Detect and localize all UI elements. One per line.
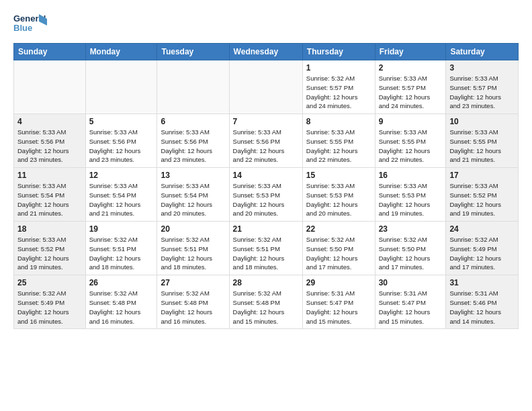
calendar-cell: 30Sunrise: 5:31 AMSunset: 5:47 PMDayligh… — [375, 275, 446, 329]
day-number: 6 — [161, 117, 225, 126]
calendar-cell: 25Sunrise: 5:32 AMSunset: 5:49 PMDayligh… — [14, 275, 86, 329]
calendar-cell: 18Sunrise: 5:33 AMSunset: 5:52 PMDayligh… — [14, 222, 86, 275]
calendar-week-row: 11Sunrise: 5:33 AMSunset: 5:54 PMDayligh… — [14, 168, 519, 222]
logo-svg: GeneralBlue — [13, 11, 47, 36]
day-info: Sunrise: 5:32 AMSunset: 5:50 PMDaylight:… — [306, 235, 371, 272]
col-header-thursday: Thursday — [302, 44, 375, 60]
day-info: Sunrise: 5:33 AMSunset: 5:54 PMDaylight:… — [89, 181, 154, 218]
calendar-cell: 21Sunrise: 5:32 AMSunset: 5:51 PMDayligh… — [229, 222, 302, 275]
day-info: Sunrise: 5:33 AMSunset: 5:55 PMDaylight:… — [306, 128, 371, 165]
day-info: Sunrise: 5:31 AMSunset: 5:46 PMDaylight:… — [449, 289, 515, 326]
day-number: 12 — [89, 171, 154, 180]
calendar-cell: 7Sunrise: 5:33 AMSunset: 5:56 PMDaylight… — [229, 114, 302, 168]
calendar-cell: 28Sunrise: 5:32 AMSunset: 5:48 PMDayligh… — [229, 275, 302, 329]
col-header-wednesday: Wednesday — [229, 44, 302, 60]
day-info: Sunrise: 5:33 AMSunset: 5:53 PMDaylight:… — [306, 181, 371, 218]
day-number: 8 — [306, 117, 371, 126]
calendar-cell — [157, 60, 229, 114]
day-number: 26 — [89, 278, 154, 287]
col-header-sunday: Sunday — [14, 44, 86, 60]
day-info: Sunrise: 5:33 AMSunset: 5:53 PMDaylight:… — [379, 181, 443, 218]
day-number: 31 — [449, 278, 515, 287]
calendar-week-row: 1Sunrise: 5:32 AMSunset: 5:57 PMDaylight… — [14, 60, 519, 114]
day-info: Sunrise: 5:33 AMSunset: 5:55 PMDaylight:… — [449, 128, 515, 165]
calendar-cell: 12Sunrise: 5:33 AMSunset: 5:54 PMDayligh… — [85, 168, 157, 222]
calendar-cell: 3Sunrise: 5:33 AMSunset: 5:57 PMDaylight… — [446, 60, 519, 114]
day-info: Sunrise: 5:32 AMSunset: 5:50 PMDaylight:… — [379, 235, 443, 272]
calendar-cell: 16Sunrise: 5:33 AMSunset: 5:53 PMDayligh… — [375, 168, 446, 222]
day-info: Sunrise: 5:32 AMSunset: 5:48 PMDaylight:… — [161, 289, 225, 326]
day-info: Sunrise: 5:33 AMSunset: 5:56 PMDaylight:… — [161, 128, 225, 165]
day-number: 5 — [89, 117, 154, 126]
calendar-cell: 5Sunrise: 5:33 AMSunset: 5:56 PMDaylight… — [85, 114, 157, 168]
calendar-week-row: 4Sunrise: 5:33 AMSunset: 5:56 PMDaylight… — [14, 114, 519, 168]
calendar-cell: 15Sunrise: 5:33 AMSunset: 5:53 PMDayligh… — [302, 168, 375, 222]
calendar-cell: 31Sunrise: 5:31 AMSunset: 5:46 PMDayligh… — [446, 275, 519, 329]
day-number: 29 — [306, 278, 371, 287]
day-number: 19 — [89, 224, 154, 234]
calendar-cell: 11Sunrise: 5:33 AMSunset: 5:54 PMDayligh… — [14, 168, 86, 222]
calendar-cell: 20Sunrise: 5:32 AMSunset: 5:51 PMDayligh… — [157, 222, 229, 275]
calendar-cell: 19Sunrise: 5:32 AMSunset: 5:51 PMDayligh… — [85, 222, 157, 275]
calendar-cell: 10Sunrise: 5:33 AMSunset: 5:55 PMDayligh… — [446, 114, 519, 168]
day-info: Sunrise: 5:33 AMSunset: 5:52 PMDaylight:… — [17, 235, 82, 272]
calendar-cell: 1Sunrise: 5:32 AMSunset: 5:57 PMDaylight… — [302, 60, 375, 114]
day-number: 22 — [306, 224, 371, 234]
day-number: 10 — [449, 117, 515, 126]
day-number: 4 — [17, 117, 82, 126]
day-info: Sunrise: 5:31 AMSunset: 5:47 PMDaylight:… — [379, 289, 443, 326]
day-info: Sunrise: 5:33 AMSunset: 5:56 PMDaylight:… — [89, 128, 154, 165]
col-header-friday: Friday — [375, 44, 446, 60]
day-number: 20 — [161, 224, 225, 234]
page-header: GeneralBlue — [13, 11, 519, 36]
day-info: Sunrise: 5:33 AMSunset: 5:56 PMDaylight:… — [17, 128, 82, 165]
calendar-table: SundayMondayTuesdayWednesdayThursdayFrid… — [13, 43, 519, 329]
day-number: 9 — [379, 117, 443, 126]
day-info: Sunrise: 5:33 AMSunset: 5:54 PMDaylight:… — [161, 181, 225, 218]
day-number: 27 — [161, 278, 225, 287]
col-header-monday: Monday — [85, 44, 157, 60]
day-number: 1 — [306, 63, 371, 73]
day-number: 18 — [17, 224, 82, 234]
svg-text:Blue: Blue — [13, 23, 32, 33]
calendar-cell: 9Sunrise: 5:33 AMSunset: 5:55 PMDaylight… — [375, 114, 446, 168]
calendar-cell: 14Sunrise: 5:33 AMSunset: 5:53 PMDayligh… — [229, 168, 302, 222]
calendar-cell: 13Sunrise: 5:33 AMSunset: 5:54 PMDayligh… — [157, 168, 229, 222]
calendar-cell: 22Sunrise: 5:32 AMSunset: 5:50 PMDayligh… — [302, 222, 375, 275]
calendar-cell: 4Sunrise: 5:33 AMSunset: 5:56 PMDaylight… — [14, 114, 86, 168]
day-number: 2 — [379, 63, 443, 73]
day-number: 7 — [233, 117, 299, 126]
day-number: 16 — [379, 171, 443, 180]
calendar-cell — [14, 60, 86, 114]
calendar-cell: 27Sunrise: 5:32 AMSunset: 5:48 PMDayligh… — [157, 275, 229, 329]
calendar-cell: 23Sunrise: 5:32 AMSunset: 5:50 PMDayligh… — [375, 222, 446, 275]
calendar-week-row: 25Sunrise: 5:32 AMSunset: 5:49 PMDayligh… — [14, 275, 519, 329]
col-header-tuesday: Tuesday — [157, 44, 229, 60]
day-number: 30 — [379, 278, 443, 287]
day-info: Sunrise: 5:32 AMSunset: 5:51 PMDaylight:… — [233, 235, 299, 272]
calendar-cell: 2Sunrise: 5:33 AMSunset: 5:57 PMDaylight… — [375, 60, 446, 114]
calendar-cell: 26Sunrise: 5:32 AMSunset: 5:48 PMDayligh… — [85, 275, 157, 329]
day-info: Sunrise: 5:33 AMSunset: 5:52 PMDaylight:… — [449, 181, 515, 218]
day-number: 28 — [233, 278, 299, 287]
day-number: 3 — [449, 63, 515, 73]
day-info: Sunrise: 5:32 AMSunset: 5:51 PMDaylight:… — [161, 235, 225, 272]
day-number: 25 — [17, 278, 82, 287]
calendar-cell: 8Sunrise: 5:33 AMSunset: 5:55 PMDaylight… — [302, 114, 375, 168]
day-info: Sunrise: 5:33 AMSunset: 5:56 PMDaylight:… — [233, 128, 299, 165]
day-info: Sunrise: 5:32 AMSunset: 5:51 PMDaylight:… — [89, 235, 154, 272]
logo: GeneralBlue — [13, 11, 47, 36]
calendar-cell — [85, 60, 157, 114]
day-info: Sunrise: 5:33 AMSunset: 5:57 PMDaylight:… — [449, 74, 515, 111]
calendar-week-row: 18Sunrise: 5:33 AMSunset: 5:52 PMDayligh… — [14, 222, 519, 275]
calendar-cell: 29Sunrise: 5:31 AMSunset: 5:47 PMDayligh… — [302, 275, 375, 329]
calendar-cell — [229, 60, 302, 114]
day-number: 24 — [449, 224, 515, 234]
day-info: Sunrise: 5:32 AMSunset: 5:48 PMDaylight:… — [89, 289, 154, 326]
day-info: Sunrise: 5:33 AMSunset: 5:54 PMDaylight:… — [17, 181, 82, 218]
calendar-cell: 24Sunrise: 5:32 AMSunset: 5:49 PMDayligh… — [446, 222, 519, 275]
day-info: Sunrise: 5:31 AMSunset: 5:47 PMDaylight:… — [306, 289, 371, 326]
calendar-header-row: SundayMondayTuesdayWednesdayThursdayFrid… — [14, 44, 519, 60]
day-info: Sunrise: 5:33 AMSunset: 5:57 PMDaylight:… — [379, 74, 443, 111]
day-info: Sunrise: 5:32 AMSunset: 5:49 PMDaylight:… — [449, 235, 515, 272]
